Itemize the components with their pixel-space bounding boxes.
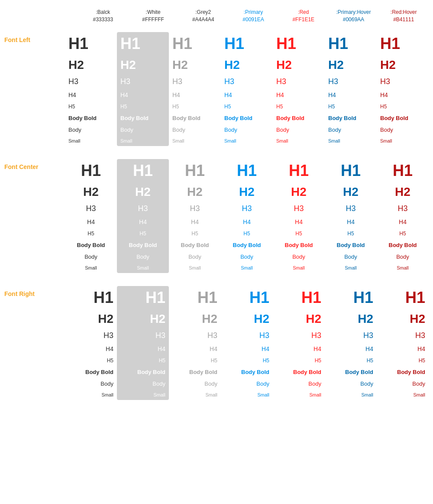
header-primary: :Primary #0091EA (228, 9, 278, 23)
col-center-grey2: H1 H2 H3 H4 H5 Body Bold Body Small (169, 159, 221, 273)
cell-left-primary-h3: H3 (221, 75, 273, 89)
cell-right-grey2-h1: H1 (169, 286, 221, 309)
cell-center-red-h3: H3 (273, 202, 325, 216)
cell-right-red-h4: H4 (273, 343, 325, 355)
col-right-primary: H1 H2 H3 H4 H5 Body Bold Body Small (221, 286, 273, 400)
cell-center-white-h2: H2 (117, 182, 169, 202)
cell-left-redhover-small: Small (377, 136, 429, 146)
cell-left-balck-h3: H3 (65, 75, 117, 89)
cell-left-grey2-h1: H1 (169, 32, 221, 55)
cell-right-red-h2: H2 (273, 309, 325, 328)
cell-center-primaryhover-h3: H3 (325, 202, 377, 216)
cell-center-redhover-h1: H1 (377, 159, 429, 182)
cell-center-primaryhover-h4: H4 (325, 216, 377, 228)
cell-right-grey2-h2: H2 (169, 309, 221, 328)
font-right-table: H1 H2 H3 H4 H5 Body Bold Body Small H1 H… (65, 286, 429, 400)
cell-center-primary-h3: H3 (221, 202, 273, 216)
cell-left-white-h1: H1 (117, 32, 169, 55)
cell-left-balck-body: Body (65, 124, 117, 136)
cell-left-primaryhover-body: Body (325, 124, 377, 136)
cell-right-grey2-h3: H3 (169, 328, 221, 343)
cell-left-balck-small: Small (65, 136, 117, 146)
cell-left-red-bodybold: Body Bold (273, 112, 325, 124)
cell-right-primaryhover-small: Small (325, 390, 377, 400)
cell-right-grey2-bodybold: Body Bold (169, 366, 221, 378)
cell-left-redhover-h5: H5 (377, 101, 429, 112)
header-grey2: :Grey2 #A4A4A4 (178, 9, 228, 23)
cell-center-redhover-h5: H5 (377, 228, 429, 239)
col-center-redhover: H1 H2 H3 H4 H5 Body Bold Body Small (377, 159, 429, 273)
cell-center-red-h2: H2 (273, 182, 325, 202)
cell-right-white-body: Body (117, 378, 169, 390)
cell-right-primaryhover-h5: H5 (325, 355, 377, 366)
cell-right-primaryhover-h4: H4 (325, 343, 377, 355)
cell-left-primary-bodybold: Body Bold (221, 112, 273, 124)
cell-left-primaryhover-h3: H3 (325, 75, 377, 89)
col-center-white: H1 H2 H3 H4 H5 Body Bold Body Small (117, 159, 169, 273)
cell-left-balck-bodybold: Body Bold (65, 112, 117, 124)
cell-center-grey2-bodybold: Body Bold (169, 239, 221, 251)
cell-right-white-h1: H1 (117, 286, 169, 309)
cell-center-white-h4: H4 (117, 216, 169, 228)
cell-center-balck-bodybold: Body Bold (65, 239, 117, 251)
cell-right-primary-body: Body (221, 378, 273, 390)
cell-center-balck-small: Small (65, 263, 117, 273)
col-left-primaryhover: H1 H2 H3 H4 H5 Body Bold Body Small (325, 32, 377, 146)
cell-left-redhover-body: Body (377, 124, 429, 136)
cell-right-red-body: Body (273, 378, 325, 390)
cell-center-grey2-h4: H4 (169, 216, 221, 228)
cell-left-primaryhover-h5: H5 (325, 101, 377, 112)
cell-center-redhover-small: Small (377, 263, 429, 273)
cell-right-grey2-small: Small (169, 390, 221, 400)
cell-left-primary-h1: H1 (221, 32, 273, 55)
header-red-hover-value: #B41111 (378, 16, 429, 23)
cell-right-balck-h4: H4 (65, 343, 117, 355)
cell-center-primaryhover-h2: H2 (325, 182, 377, 202)
cell-right-redhover-h4: H4 (377, 343, 429, 355)
header-primary-value: #0091EA (228, 16, 278, 23)
cell-right-primary-h5: H5 (221, 355, 273, 366)
cell-left-grey2-h2: H2 (169, 55, 221, 75)
cell-center-grey2-h5: H5 (169, 228, 221, 239)
cell-left-white-small: Small (117, 136, 169, 146)
cell-right-redhover-h1: H1 (377, 286, 429, 309)
cell-right-balck-h1: H1 (65, 286, 117, 309)
cell-center-balck-h4: H4 (65, 216, 117, 228)
cell-right-redhover-bodybold: Body Bold (377, 366, 429, 378)
cell-right-balck-h3: H3 (65, 328, 117, 343)
cell-left-redhover-h3: H3 (377, 75, 429, 89)
col-left-redhover: H1 H2 H3 H4 H5 Body Bold Body Small (377, 32, 429, 146)
cell-right-redhover-body: Body (377, 378, 429, 390)
cell-left-primary-h2: H2 (221, 55, 273, 75)
cell-center-redhover-h2: H2 (377, 182, 429, 202)
cell-left-grey2-h5: H5 (169, 101, 221, 112)
cell-right-primaryhover-h3: H3 (325, 328, 377, 343)
cell-left-balck-h1: H1 (65, 32, 117, 55)
cell-right-primaryhover-h2: H2 (325, 309, 377, 328)
col-right-red: H1 H2 H3 H4 H5 Body Bold Body Small (273, 286, 325, 400)
header-red-label: :Red (278, 9, 329, 16)
cell-center-primaryhover-small: Small (325, 263, 377, 273)
header-red-hover-label: :Red:Hover (378, 9, 429, 16)
col-center-red: H1 H2 H3 H4 H5 Body Bold Body Small (273, 159, 325, 273)
font-left-table: H1 H2 H3 H4 H5 Body Bold Body Small H1 H… (65, 32, 429, 146)
cell-center-white-small: Small (117, 263, 169, 273)
cell-center-primary-h2: H2 (221, 182, 273, 202)
cell-center-balck-h5: H5 (65, 228, 117, 239)
cell-center-grey2-h2: H2 (169, 182, 221, 202)
cell-right-primary-h1: H1 (221, 286, 273, 309)
cell-center-red-h1: H1 (273, 159, 325, 182)
cell-left-grey2-h3: H3 (169, 75, 221, 89)
header-primary-hover: :Primary:Hover #0069AA (329, 9, 379, 23)
col-center-primaryhover: H1 H2 H3 H4 H5 Body Bold Body Small (325, 159, 377, 273)
cell-left-white-bodybold: Body Bold (117, 112, 169, 124)
col-right-grey2: H1 H2 H3 H4 H5 Body Bold Body Small (169, 286, 221, 400)
cell-right-red-small: Small (273, 390, 325, 400)
cell-right-balck-bodybold: Body Bold (65, 366, 117, 378)
cell-left-red-h2: H2 (273, 55, 325, 75)
cell-left-redhover-bodybold: Body Bold (377, 112, 429, 124)
cell-right-grey2-h4: H4 (169, 343, 221, 355)
cell-left-redhover-h4: H4 (377, 89, 429, 101)
cell-right-white-bodybold: Body Bold (117, 366, 169, 378)
cell-right-redhover-h3: H3 (377, 328, 429, 343)
